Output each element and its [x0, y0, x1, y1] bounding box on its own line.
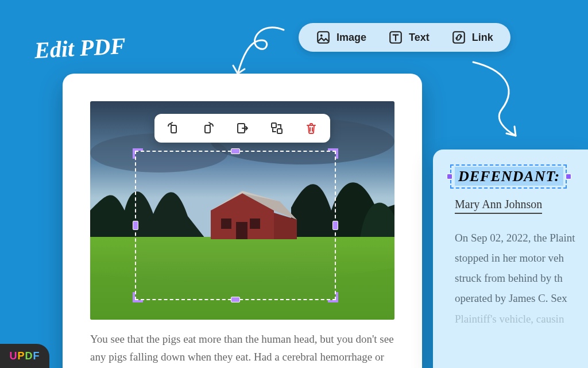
logo-letter: D: [25, 350, 33, 362]
image-crop-selection[interactable]: [135, 151, 336, 300]
tool-image[interactable]: Image: [316, 30, 366, 45]
crop-handle-top[interactable]: [231, 148, 240, 154]
svg-rect-0: [318, 32, 329, 43]
text-handle-right[interactable]: [566, 174, 571, 179]
rotate-left-button[interactable]: [166, 121, 181, 136]
page-title: Edit PDF: [34, 32, 126, 64]
decorative-arrow-2: [467, 57, 536, 144]
defendant-heading: DEFENDANT:: [455, 167, 563, 186]
crop-handle-left[interactable]: [133, 221, 138, 230]
crop-handle-top-right[interactable]: [326, 151, 336, 161]
crop-handle-bottom-left[interactable]: [135, 290, 145, 300]
rotate-right-button[interactable]: [200, 121, 215, 136]
body-line: operated by James C. Sex: [455, 288, 588, 308]
delete-image-button[interactable]: [304, 121, 319, 136]
trash-icon: [304, 121, 318, 135]
extract-image-button[interactable]: [235, 121, 250, 136]
image-icon: [316, 30, 331, 45]
tool-image-label: Image: [336, 32, 366, 44]
extract-icon: [235, 121, 249, 135]
svg-rect-3: [453, 32, 465, 43]
svg-rect-16: [205, 125, 210, 133]
svg-rect-15: [171, 125, 176, 133]
text-icon: [388, 30, 403, 45]
embedded-image[interactable]: [90, 101, 394, 320]
body-line: On Sep 02, 2022, the Plaint: [455, 228, 588, 248]
body-line: Plaintiff's vehicle, causin: [455, 309, 588, 329]
crop-handle-top-left[interactable]: [135, 151, 145, 161]
tool-link-label: Link: [472, 32, 493, 44]
selected-text-block[interactable]: DEFENDANT:: [455, 168, 563, 185]
defendant-body: On Sep 02, 2022, the Plaint stopped in h…: [455, 228, 588, 329]
text-edit-preview-panel: DEFENDANT: Mary Ann Johnson On Sep 02, 2…: [433, 150, 588, 368]
svg-rect-18: [272, 123, 276, 128]
logo-letter: P: [17, 350, 25, 362]
body-line: struck from behind by th: [455, 268, 588, 288]
document-card: You see that the pigs eat more than the …: [63, 74, 422, 368]
svg-point-1: [320, 34, 323, 37]
replace-icon: [270, 121, 284, 135]
rotate-left-icon: [167, 121, 180, 135]
tool-text[interactable]: Text: [388, 30, 430, 45]
updf-logo: UPDF: [0, 344, 49, 368]
image-edit-toolbar: [154, 114, 330, 143]
crop-handle-right[interactable]: [332, 221, 338, 230]
rotate-right-icon: [201, 121, 215, 135]
link-icon: [451, 30, 466, 45]
body-line: stopped in her motor veh: [455, 248, 588, 268]
tool-text-label: Text: [409, 32, 430, 44]
document-body-text: You see that the pigs eat more than the …: [90, 330, 394, 368]
crop-handle-bottom[interactable]: [231, 297, 240, 302]
defendant-name: Mary Ann Johnson: [455, 198, 542, 214]
edit-toolbar: Image Text Link: [299, 23, 510, 52]
tool-link[interactable]: Link: [451, 30, 493, 45]
logo-letter: U: [9, 350, 17, 362]
crop-handle-bottom-right[interactable]: [326, 290, 336, 300]
replace-image-button[interactable]: [269, 121, 284, 136]
text-handle-left[interactable]: [447, 174, 452, 179]
logo-letter: F: [33, 350, 40, 362]
svg-rect-19: [277, 129, 282, 133]
